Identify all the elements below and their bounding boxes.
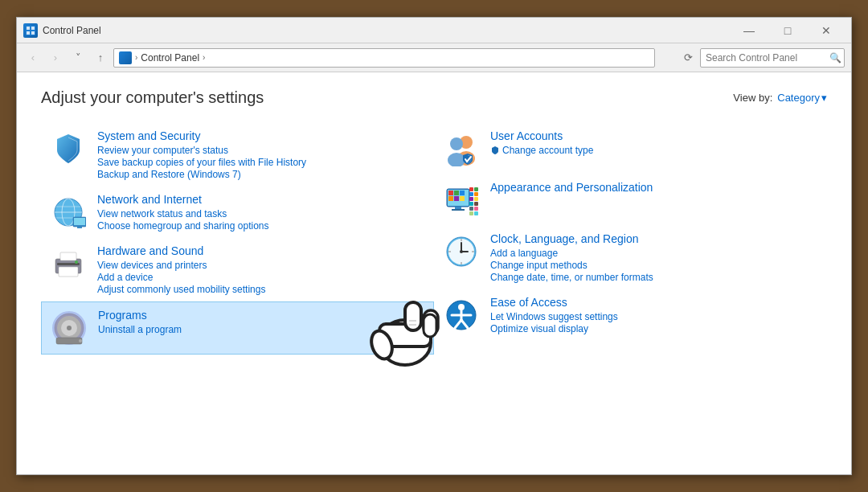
user-accounts-links: Change account type bbox=[490, 145, 819, 156]
svg-rect-3 bbox=[27, 31, 30, 35]
back-button[interactable]: ‹ bbox=[23, 48, 43, 68]
shield-icon bbox=[49, 129, 88, 168]
close-button[interactable]: ✕ bbox=[808, 19, 845, 42]
svg-rect-51 bbox=[474, 197, 478, 201]
devices-printers-link[interactable]: View devices and printers bbox=[97, 260, 426, 271]
svg-rect-42 bbox=[460, 191, 465, 195]
svg-rect-57 bbox=[474, 211, 478, 215]
users-icon bbox=[442, 129, 481, 168]
category-system-security[interactable]: System and Security Review your computer… bbox=[41, 123, 434, 187]
ease-links: Let Windows suggest settings Optimize vi… bbox=[490, 311, 819, 334]
category-appearance[interactable]: Appearance and Personalization bbox=[434, 174, 827, 226]
ease-text: Ease of Access Let Windows suggest setti… bbox=[490, 296, 819, 334]
svg-rect-50 bbox=[469, 197, 473, 201]
svg-rect-53 bbox=[474, 202, 478, 206]
category-network-internet[interactable]: Network and Internet View network status… bbox=[41, 187, 434, 238]
svg-rect-55 bbox=[474, 207, 478, 211]
forward-button[interactable]: › bbox=[46, 48, 65, 68]
appearance-title[interactable]: Appearance and Personalization bbox=[490, 181, 819, 194]
svg-rect-46 bbox=[469, 187, 473, 191]
up-button[interactable]: ↑ bbox=[91, 48, 110, 68]
category-dropdown[interactable]: Category ▾ bbox=[777, 92, 827, 104]
system-security-text: System and Security Review your computer… bbox=[97, 129, 426, 180]
backup-restore-link[interactable]: Backup and Restore (Windows 7) bbox=[97, 169, 426, 180]
right-column: User Accounts Change account type bbox=[434, 123, 827, 355]
address-end-chevron: › bbox=[203, 53, 205, 62]
svg-rect-41 bbox=[454, 191, 459, 195]
search-input[interactable] bbox=[706, 52, 826, 64]
shield-small-icon bbox=[490, 146, 500, 155]
svg-rect-54 bbox=[469, 207, 473, 211]
svg-rect-28 bbox=[424, 314, 436, 337]
date-time-link[interactable]: Change date, time, or number formats bbox=[490, 272, 819, 283]
category-user-accounts[interactable]: User Accounts Change account type bbox=[434, 123, 827, 174]
recent-button[interactable]: ˅ bbox=[68, 48, 88, 68]
clock-text: Clock, Language, and Region Add a langua… bbox=[490, 232, 819, 283]
globe-icon bbox=[49, 193, 88, 232]
review-status-link[interactable]: Review your computer's status bbox=[97, 145, 426, 156]
network-internet-title[interactable]: Network and Internet bbox=[97, 193, 426, 206]
svg-rect-43 bbox=[448, 196, 453, 201]
printer-icon bbox=[49, 244, 88, 283]
hand-cursor-overlay bbox=[353, 286, 457, 378]
svg-rect-56 bbox=[469, 211, 473, 215]
windows-suggest-link[interactable]: Let Windows suggest settings bbox=[490, 311, 819, 322]
svg-rect-12 bbox=[77, 227, 82, 228]
svg-rect-4 bbox=[31, 31, 35, 35]
category-clock[interactable]: Clock, Language, and Region Add a langua… bbox=[434, 226, 827, 289]
maximize-button[interactable]: □ bbox=[769, 19, 806, 42]
refresh-button[interactable]: ⟳ bbox=[679, 49, 697, 67]
appearance-icon bbox=[442, 181, 481, 219]
svg-rect-39 bbox=[452, 209, 465, 211]
user-accounts-title[interactable]: User Accounts bbox=[490, 129, 819, 142]
svg-rect-45 bbox=[460, 196, 465, 201]
svg-point-20 bbox=[67, 326, 72, 330]
view-by: View by: Category ▾ bbox=[733, 92, 827, 104]
navbar: ‹ › ˅ ↑ › Control Panel › ⟳ 🔍 bbox=[17, 43, 851, 72]
clock-title[interactable]: Clock, Language, and Region bbox=[490, 232, 819, 245]
address-icon bbox=[119, 51, 132, 64]
add-device-link[interactable]: Add a device bbox=[97, 272, 426, 283]
user-accounts-text: User Accounts Change account type bbox=[490, 129, 819, 156]
category-ease-of-access[interactable]: Ease of Access Let Windows suggest setti… bbox=[434, 289, 827, 341]
svg-rect-52 bbox=[469, 202, 473, 206]
svg-rect-2 bbox=[31, 27, 35, 30]
svg-rect-40 bbox=[448, 191, 453, 195]
system-security-title[interactable]: System and Security bbox=[97, 129, 426, 142]
page-title: Adjust your computer's settings bbox=[41, 88, 264, 107]
svg-rect-15 bbox=[60, 252, 76, 260]
appearance-text: Appearance and Personalization bbox=[490, 181, 819, 196]
optimize-display-link[interactable]: Optimize visual display bbox=[490, 323, 819, 334]
file-history-link[interactable]: Save backup copies of your files with Fi… bbox=[97, 157, 426, 168]
input-methods-link[interactable]: Change input methods bbox=[490, 260, 819, 271]
svg-point-34 bbox=[450, 137, 463, 150]
change-account-link[interactable]: Change account type bbox=[502, 145, 593, 156]
viewby-label: View by: bbox=[733, 92, 772, 104]
window-icon bbox=[23, 23, 38, 38]
search-icon: 🔍 bbox=[829, 52, 841, 64]
search-bar: 🔍 bbox=[700, 48, 845, 68]
add-language-link[interactable]: Add a language bbox=[490, 248, 819, 259]
svg-rect-48 bbox=[469, 192, 473, 196]
address-separator: › bbox=[135, 53, 137, 62]
address-bar[interactable]: › Control Panel › bbox=[113, 48, 655, 68]
homegroup-link[interactable]: Choose homegroup and sharing options bbox=[97, 220, 426, 232]
network-status-link[interactable]: View network status and tasks bbox=[97, 208, 426, 219]
main-content: Adjust your computer's settings View by:… bbox=[17, 72, 851, 474]
category-programs[interactable]: Programs Uninstall a program bbox=[41, 301, 434, 355]
page-header: Adjust your computer's settings View by:… bbox=[41, 88, 827, 107]
svg-point-17 bbox=[75, 260, 78, 264]
svg-rect-22 bbox=[56, 338, 82, 344]
hardware-sound-title[interactable]: Hardware and Sound bbox=[97, 244, 426, 257]
clock-icon bbox=[442, 232, 481, 271]
categories-grid: System and Security Review your computer… bbox=[41, 123, 827, 355]
address-path: Control Panel bbox=[141, 52, 199, 64]
svg-point-23 bbox=[79, 339, 82, 342]
window-controls: — □ ✕ bbox=[731, 19, 845, 42]
control-panel-window: Control Panel — □ ✕ ‹ › ˅ ↑ › Control Pa… bbox=[16, 17, 852, 475]
left-column: System and Security Review your computer… bbox=[41, 123, 434, 355]
minimize-button[interactable]: — bbox=[731, 19, 768, 42]
svg-rect-44 bbox=[454, 196, 459, 201]
svg-rect-26 bbox=[405, 302, 421, 330]
ease-title[interactable]: Ease of Access bbox=[490, 296, 819, 309]
